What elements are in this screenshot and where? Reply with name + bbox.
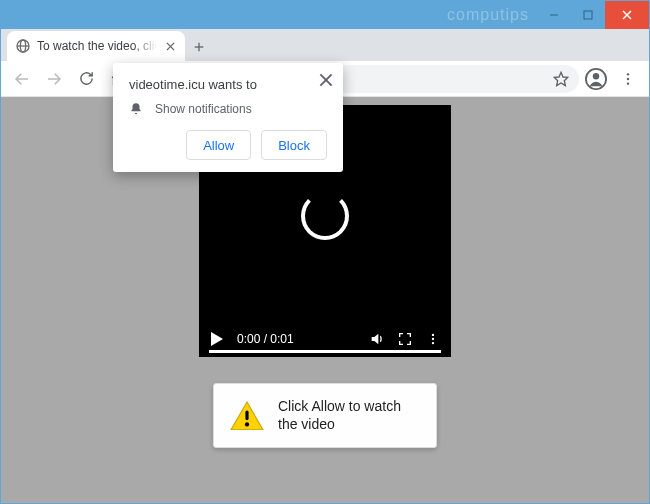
permission-origin-text: videotime.icu wants to (129, 77, 327, 92)
svg-point-26 (245, 422, 249, 426)
browser-window: computips To watch the video, click the … (0, 0, 650, 504)
menu-button[interactable] (613, 64, 643, 94)
forward-button[interactable] (39, 64, 69, 94)
tab-title: To watch the video, click the Allo (37, 39, 157, 53)
tab-active[interactable]: To watch the video, click the Allo (7, 31, 185, 61)
video-time-text: 0:00 / 0:01 (237, 332, 294, 346)
profile-button[interactable] (581, 64, 611, 94)
video-more-button[interactable] (425, 331, 441, 347)
permission-actions: Allow Block (129, 130, 327, 160)
svg-point-19 (627, 82, 629, 84)
tab-close-button[interactable] (163, 39, 177, 53)
allow-button[interactable]: Allow (186, 130, 251, 160)
bell-icon (129, 102, 143, 116)
minimize-button[interactable] (537, 1, 571, 29)
titlebar-watermark: computips (1, 1, 537, 29)
svg-marker-20 (211, 332, 223, 346)
svg-marker-14 (554, 72, 567, 85)
video-progress-track[interactable] (209, 350, 441, 353)
bookmark-star-icon[interactable] (553, 71, 569, 87)
svg-point-21 (432, 334, 434, 336)
svg-rect-1 (584, 11, 592, 19)
page-instruction-card: Click Allow to watch the video (213, 383, 437, 448)
svg-point-17 (627, 73, 629, 75)
window-controls (537, 1, 649, 29)
fullscreen-button[interactable] (397, 331, 413, 347)
tab-strip: To watch the video, click the Allo (1, 29, 649, 61)
window-titlebar: computips (1, 1, 649, 29)
maximize-button[interactable] (571, 1, 605, 29)
loading-spinner-icon (301, 192, 349, 240)
svg-point-18 (627, 77, 629, 79)
play-button[interactable] (209, 331, 225, 347)
warning-icon (230, 401, 264, 431)
back-button[interactable] (7, 64, 37, 94)
block-button[interactable]: Block (261, 130, 327, 160)
permission-capability-row: Show notifications (129, 102, 327, 116)
svg-point-16 (593, 73, 599, 79)
svg-point-22 (432, 338, 434, 340)
new-tab-button[interactable] (185, 33, 213, 61)
permission-close-button[interactable] (319, 73, 333, 87)
page-instruction-text: Click Allow to watch the video (278, 398, 420, 433)
notification-permission-dialog: videotime.icu wants to Show notification… (113, 63, 343, 172)
svg-point-23 (432, 342, 434, 344)
permission-capability-label: Show notifications (155, 102, 252, 116)
globe-icon (15, 38, 31, 54)
volume-button[interactable] (369, 331, 385, 347)
reload-button[interactable] (71, 64, 101, 94)
svg-rect-25 (245, 410, 248, 420)
close-window-button[interactable] (605, 1, 649, 29)
